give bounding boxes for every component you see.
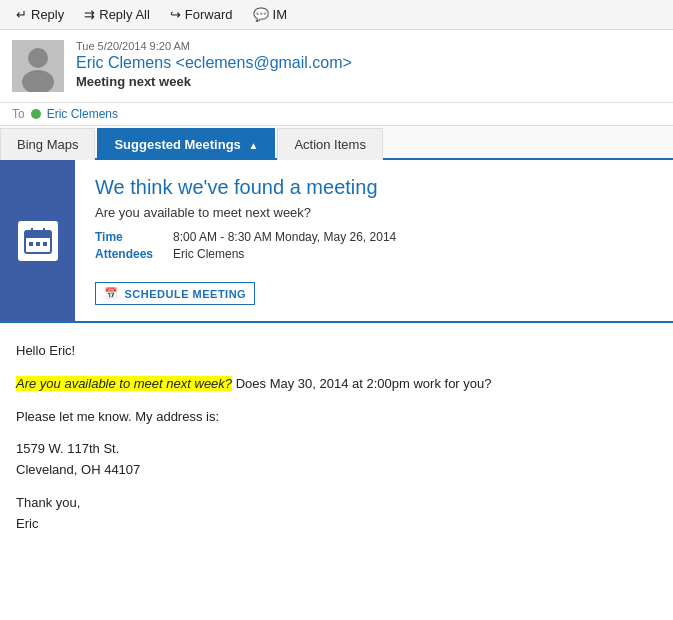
forward-icon: ↪ bbox=[170, 7, 181, 22]
reply-all-label: Reply All bbox=[99, 7, 150, 22]
address-block: Please let me know. My address is: 1579 … bbox=[16, 407, 657, 481]
meeting-card: We think we've found a meeting Are you a… bbox=[0, 160, 673, 323]
tab-suggested-meetings[interactable]: Suggested Meetings ▲ bbox=[97, 128, 275, 160]
im-label: IM bbox=[273, 7, 287, 22]
avatar bbox=[12, 40, 64, 92]
email-body: Hello Eric! Are you available to meet ne… bbox=[0, 323, 673, 565]
attendees-value: Eric Clemens bbox=[173, 247, 244, 261]
to-field: To Eric Clemens bbox=[0, 103, 673, 126]
body-paragraph-1: Are you available to meet next week? Doe… bbox=[16, 374, 657, 395]
svg-rect-9 bbox=[43, 242, 47, 246]
time-value: 8:00 AM - 8:30 AM Monday, May 26, 2014 bbox=[173, 230, 396, 244]
to-label: To bbox=[12, 107, 25, 121]
meeting-subtitle: Are you available to meet next week? bbox=[95, 205, 653, 220]
toolbar: ↵ Reply ⇉ Reply All ↪ Forward 💬 IM bbox=[0, 0, 673, 30]
rest-of-line: Does May 30, 2014 at 2:00pm work for you… bbox=[232, 376, 491, 391]
svg-point-1 bbox=[28, 48, 48, 68]
schedule-meeting-label: SCHEDULE MEETING bbox=[125, 288, 247, 300]
highlighted-question: Are you available to meet next week? bbox=[16, 376, 232, 391]
signature: Eric bbox=[16, 516, 38, 531]
greeting: Hello Eric! bbox=[16, 341, 657, 362]
reply-all-icon: ⇉ bbox=[84, 7, 95, 22]
attendees-label: Attendees bbox=[95, 247, 165, 261]
tab-action-items[interactable]: Action Items bbox=[277, 128, 383, 160]
meeting-card-body: We think we've found a meeting Are you a… bbox=[75, 160, 673, 321]
presence-dot bbox=[31, 109, 41, 119]
schedule-meeting-button[interactable]: 📅 SCHEDULE MEETING bbox=[95, 282, 255, 305]
email-meta: Tue 5/20/2014 9:20 AM Eric Clemens <ecle… bbox=[76, 40, 661, 89]
im-icon: 💬 bbox=[253, 7, 269, 22]
time-label: Time bbox=[95, 230, 165, 244]
tab-bing-maps[interactable]: Bing Maps bbox=[0, 128, 95, 160]
meeting-title: We think we've found a meeting bbox=[95, 176, 653, 199]
chevron-down-icon: ▲ bbox=[248, 140, 258, 151]
reply-label: Reply bbox=[31, 7, 64, 22]
forward-button[interactable]: ↪ Forward bbox=[162, 4, 241, 25]
schedule-calendar-icon: 📅 bbox=[104, 287, 119, 300]
to-name: Eric Clemens bbox=[47, 107, 118, 121]
tab-bar: Bing Maps Suggested Meetings ▲ Action It… bbox=[0, 126, 673, 160]
forward-label: Forward bbox=[185, 7, 233, 22]
meeting-time-row: Time 8:00 AM - 8:30 AM Monday, May 26, 2… bbox=[95, 230, 653, 244]
calendar-icon bbox=[18, 221, 58, 261]
meeting-card-sidebar bbox=[0, 160, 75, 321]
svg-rect-8 bbox=[36, 242, 40, 246]
svg-rect-4 bbox=[25, 231, 51, 238]
closing: Thank you, Eric bbox=[16, 493, 657, 535]
reply-all-button[interactable]: ⇉ Reply All bbox=[76, 4, 158, 25]
email-timestamp: Tue 5/20/2014 9:20 AM bbox=[76, 40, 661, 52]
address-line2: Cleveland, OH 44107 bbox=[16, 460, 657, 481]
email-from: Eric Clemens <eclemens@gmail.com> bbox=[76, 54, 661, 72]
address-line1: 1579 W. 117th St. bbox=[16, 439, 657, 460]
svg-rect-7 bbox=[29, 242, 33, 246]
reply-icon: ↵ bbox=[16, 7, 27, 22]
please-text: Please let me know. My address is: bbox=[16, 407, 657, 428]
meeting-attendees-row: Attendees Eric Clemens bbox=[95, 247, 653, 261]
email-header: Tue 5/20/2014 9:20 AM Eric Clemens <ecle… bbox=[0, 30, 673, 103]
email-subject: Meeting next week bbox=[76, 74, 661, 89]
im-button[interactable]: 💬 IM bbox=[245, 4, 295, 25]
reply-button[interactable]: ↵ Reply bbox=[8, 4, 72, 25]
